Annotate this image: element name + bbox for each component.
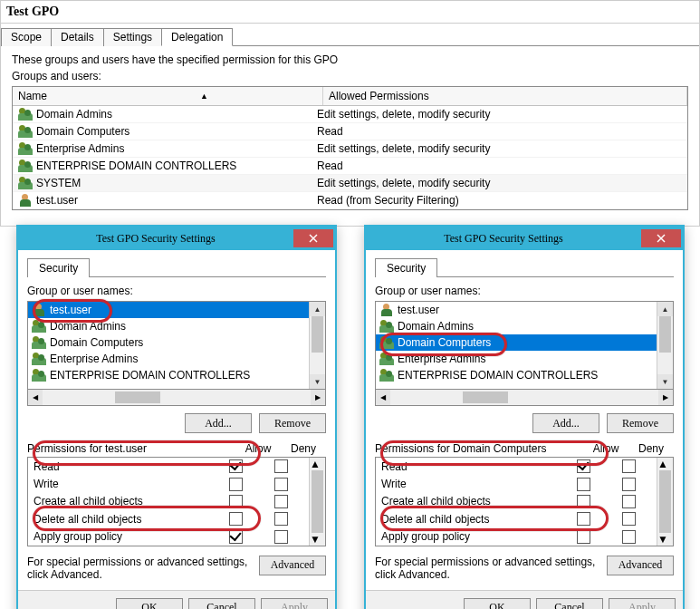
scroll-right-icon[interactable]: ▶ bbox=[658, 390, 673, 405]
horizontal-scrollbar[interactable]: ◀ ▶ bbox=[375, 390, 674, 406]
table-row[interactable]: Domain AdminsEdit settings, delete, modi… bbox=[13, 106, 687, 123]
list-item[interactable]: Domain Admins bbox=[376, 318, 657, 334]
deny-checkbox[interactable] bbox=[274, 478, 288, 491]
advanced-button[interactable]: Advanced bbox=[607, 556, 674, 575]
group-icon bbox=[32, 368, 46, 382]
allow-checkbox[interactable] bbox=[229, 512, 243, 526]
dialog-title-bar[interactable]: Test GPO Security Settings bbox=[18, 227, 335, 250]
scroll-down-icon[interactable]: ▼ bbox=[657, 533, 673, 546]
table-row[interactable]: test.userRead (from Security Filtering) bbox=[13, 192, 687, 209]
scroll-down-icon[interactable]: ▼ bbox=[657, 374, 673, 389]
allow-checkbox[interactable] bbox=[229, 495, 243, 508]
remove-button[interactable]: Remove bbox=[259, 413, 326, 433]
deny-checkbox[interactable] bbox=[274, 512, 288, 526]
ok-button[interactable]: OK bbox=[464, 598, 531, 609]
advanced-help-text: For special permissions or advanced sett… bbox=[375, 556, 599, 581]
add-button[interactable]: Add... bbox=[532, 413, 599, 433]
group-icon bbox=[18, 141, 33, 156]
table-row[interactable]: ENTERPRISE DOMAIN CONTROLLERSRead bbox=[13, 158, 687, 175]
remove-button[interactable]: Remove bbox=[607, 413, 674, 433]
allow-checkbox[interactable] bbox=[229, 530, 243, 544]
allow-checkbox[interactable] bbox=[577, 512, 590, 526]
scroll-left-icon[interactable]: ◀ bbox=[28, 390, 43, 405]
dialog-title-bar[interactable]: Test GPO Security Settings bbox=[366, 227, 683, 250]
list-item-label: Domain Computers bbox=[50, 336, 143, 349]
allow-checkbox[interactable] bbox=[577, 495, 590, 508]
tab-security[interactable]: Security bbox=[27, 258, 90, 277]
scroll-up-icon[interactable]: ▲ bbox=[657, 458, 673, 470]
list-item[interactable]: test.user bbox=[28, 302, 309, 318]
add-button[interactable]: Add... bbox=[185, 413, 252, 433]
deny-checkbox[interactable] bbox=[274, 530, 288, 544]
horizontal-scrollbar[interactable]: ◀ ▶ bbox=[27, 390, 326, 406]
group-user-listbox[interactable]: test.userDomain AdminsDomain ComputersEn… bbox=[375, 301, 674, 390]
list-item[interactable]: Enterprise Admins bbox=[376, 351, 657, 367]
dialog-title: Test GPO Security Settings bbox=[366, 232, 641, 246]
list-item[interactable]: test.user bbox=[376, 302, 657, 318]
permissions-list: ReadWriteCreate all child objectsDelete … bbox=[27, 457, 326, 546]
deny-checkbox[interactable] bbox=[274, 459, 288, 473]
permission-name: Write bbox=[34, 478, 213, 490]
list-item-label: Domain Computers bbox=[398, 336, 491, 349]
allow-checkbox[interactable] bbox=[229, 459, 243, 473]
apply-button[interactable]: Apply bbox=[609, 598, 676, 609]
deny-checkbox[interactable] bbox=[622, 478, 636, 491]
scroll-thumb[interactable] bbox=[659, 316, 671, 353]
scroll-thumb[interactable] bbox=[312, 316, 323, 353]
perm-scrollbar[interactable]: ▲ ▼ bbox=[309, 458, 325, 546]
close-button[interactable] bbox=[641, 229, 681, 247]
scroll-up-icon[interactable]: ▲ bbox=[657, 302, 673, 316]
tab-delegation[interactable]: Delegation bbox=[161, 28, 233, 46]
deny-checkbox[interactable] bbox=[622, 530, 636, 544]
list-item[interactable]: ENTERPRISE DOMAIN CONTROLLERS bbox=[28, 367, 309, 383]
permission-name: Apply group policy bbox=[381, 530, 561, 543]
tab-security[interactable]: Security bbox=[375, 258, 437, 277]
deny-checkbox[interactable] bbox=[274, 495, 288, 508]
permission-name: Read bbox=[34, 460, 213, 473]
tab-details[interactable]: Details bbox=[51, 28, 104, 46]
vertical-scrollbar[interactable]: ▲ ▼ bbox=[309, 302, 325, 389]
col-allowed-permissions[interactable]: Allowed Permissions bbox=[323, 87, 687, 105]
allow-checkbox[interactable] bbox=[229, 478, 243, 491]
scroll-right-icon[interactable]: ▶ bbox=[311, 390, 325, 405]
close-button[interactable] bbox=[293, 229, 333, 247]
deny-checkbox[interactable] bbox=[622, 495, 636, 508]
scroll-up-icon[interactable]: ▲ bbox=[310, 458, 325, 470]
list-item[interactable]: Domain Admins bbox=[28, 318, 309, 334]
scroll-down-icon[interactable]: ▼ bbox=[310, 374, 325, 389]
list-item[interactable]: Enterprise Admins bbox=[28, 351, 309, 367]
allow-checkbox[interactable] bbox=[577, 530, 590, 544]
scroll-thumb[interactable] bbox=[659, 470, 671, 533]
col-name[interactable]: Name ▲ bbox=[13, 87, 323, 105]
user-icon bbox=[32, 303, 46, 317]
group-user-listbox[interactable]: test.userDomain AdminsDomain ComputersEn… bbox=[27, 301, 326, 390]
allow-checkbox[interactable] bbox=[577, 478, 590, 491]
list-item[interactable]: Domain Computers bbox=[28, 334, 309, 351]
permission-row: Read bbox=[376, 458, 657, 475]
cancel-button[interactable]: Cancel bbox=[188, 598, 255, 609]
apply-button[interactable]: Apply bbox=[261, 598, 328, 609]
list-item[interactable]: Domain Computers bbox=[376, 334, 657, 351]
vertical-scrollbar[interactable]: ▲ ▼ bbox=[657, 302, 673, 389]
advanced-button[interactable]: Advanced bbox=[259, 556, 326, 575]
permissions-for-label: Permissions for test.user bbox=[27, 442, 235, 455]
deny-checkbox[interactable] bbox=[622, 459, 636, 473]
table-row[interactable]: Enterprise AdminsEdit settings, delete, … bbox=[13, 140, 687, 158]
scroll-left-icon[interactable]: ◀ bbox=[376, 390, 390, 405]
scroll-down-icon[interactable]: ▼ bbox=[310, 533, 325, 546]
deny-column-header: Deny bbox=[628, 442, 674, 455]
tab-scope[interactable]: Scope bbox=[1, 28, 52, 46]
perm-scrollbar[interactable]: ▲ ▼ bbox=[657, 458, 673, 546]
ok-button[interactable]: OK bbox=[116, 598, 183, 609]
table-row[interactable]: Domain ComputersRead bbox=[13, 123, 687, 140]
allow-checkbox[interactable] bbox=[577, 459, 590, 473]
scroll-thumb[interactable] bbox=[312, 470, 323, 533]
scroll-up-icon[interactable]: ▲ bbox=[310, 302, 325, 316]
hscroll-thumb[interactable] bbox=[115, 392, 160, 403]
table-row[interactable]: SYSTEMEdit settings, delete, modify secu… bbox=[13, 175, 687, 192]
list-item[interactable]: ENTERPRISE DOMAIN CONTROLLERS bbox=[376, 367, 657, 383]
deny-checkbox[interactable] bbox=[622, 512, 636, 526]
tab-settings[interactable]: Settings bbox=[103, 28, 162, 46]
cancel-button[interactable]: Cancel bbox=[536, 598, 603, 609]
hscroll-thumb[interactable] bbox=[463, 392, 508, 403]
